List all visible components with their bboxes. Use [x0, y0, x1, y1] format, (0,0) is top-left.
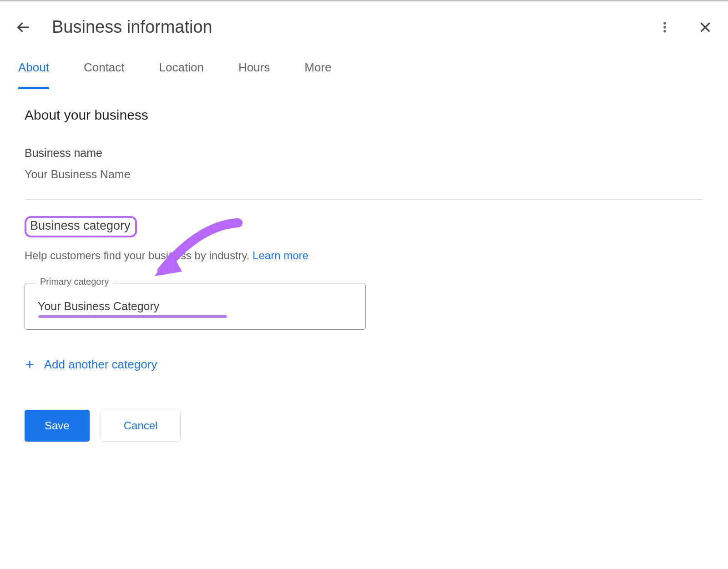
- add-another-category-button[interactable]: + Add another category: [25, 357, 703, 372]
- tab-hours[interactable]: Hours: [238, 60, 270, 89]
- primary-category-legend: Primary category: [35, 277, 113, 287]
- cancel-button[interactable]: Cancel: [101, 410, 181, 442]
- back-button[interactable]: [15, 20, 31, 35]
- tab-contact[interactable]: Contact: [84, 60, 125, 89]
- svg-point-2: [663, 26, 666, 29]
- divider: [25, 199, 703, 200]
- learn-more-link[interactable]: Learn more: [253, 249, 308, 262]
- primary-category-field: Primary category: [25, 283, 366, 330]
- header-right: [658, 20, 713, 35]
- tab-location[interactable]: Location: [159, 60, 204, 89]
- tab-about[interactable]: About: [18, 60, 49, 89]
- tabs: About Contact Location Hours More: [15, 50, 713, 89]
- header: Business information: [15, 9, 713, 50]
- vertical-dots-icon: [658, 20, 672, 34]
- content: About your business Business name Your B…: [15, 89, 713, 442]
- arrow-left-icon: [15, 20, 31, 35]
- section-title: About your business: [25, 107, 703, 123]
- help-text-content: Help customers find your business by ind…: [25, 249, 253, 262]
- business-name-label: Business name: [25, 146, 703, 160]
- annotation-underline: [38, 315, 227, 318]
- top-border: [0, 0, 728, 1]
- business-category-highlight: Business category: [25, 216, 137, 237]
- more-options-button[interactable]: [658, 20, 672, 34]
- svg-point-3: [663, 30, 666, 33]
- category-help-text: Help customers find your business by ind…: [25, 249, 703, 262]
- plus-icon: +: [25, 357, 34, 372]
- add-another-label: Add another category: [44, 358, 157, 372]
- close-icon: [698, 20, 713, 35]
- button-row: Save Cancel: [25, 410, 703, 442]
- business-category-label: Business category: [30, 219, 131, 233]
- business-name-value[interactable]: Your Business Name: [25, 168, 703, 199]
- primary-category-input[interactable]: [25, 283, 366, 330]
- close-button[interactable]: [698, 20, 713, 35]
- page-title: Business information: [52, 17, 212, 37]
- header-left: Business information: [15, 17, 212, 37]
- svg-point-1: [663, 22, 666, 25]
- tab-more[interactable]: More: [304, 60, 331, 89]
- save-button[interactable]: Save: [25, 410, 90, 442]
